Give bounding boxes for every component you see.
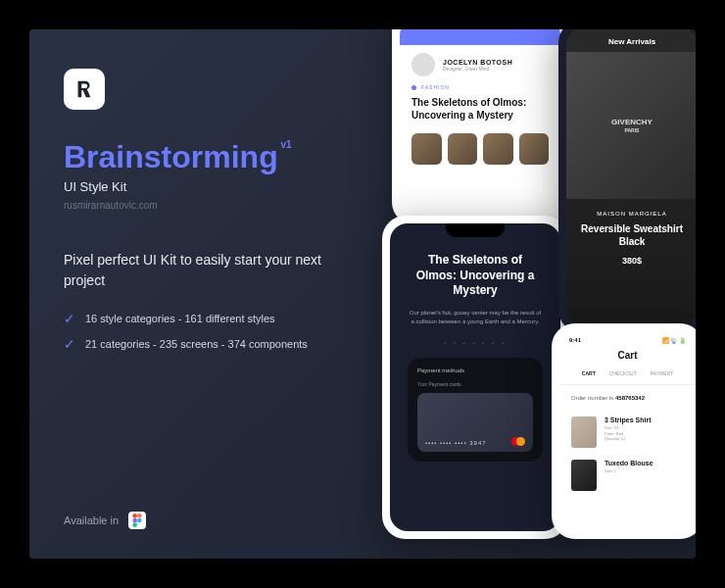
figma-icon	[128, 512, 146, 529]
feature-item: ✓21 categories - 235 screens - 374 compo…	[64, 336, 343, 352]
svg-point-4	[132, 522, 137, 527]
phone-article-light: JOCELYN BOTOSHDesigner, Great Mind FASHI…	[392, 29, 568, 225]
footer: Available in	[64, 512, 343, 529]
phones-panel: JOCELYN BOTOSHDesigner, Great Mind FASHI…	[362, 29, 696, 559]
phone-product: New Arrivals GIVENCHYPARIS MAISON MARGIE…	[558, 29, 696, 333]
mastercard-icon	[511, 437, 525, 446]
phone-article-dark: The Skeletons of Olmos: Uncovering a Mys…	[382, 216, 568, 539]
status-icons: 📶 📡 🔋	[662, 337, 686, 344]
svg-point-3	[137, 518, 142, 523]
svg-point-2	[132, 518, 137, 523]
feature-item: ✓16 style categories - 161 different sty…	[64, 311, 343, 326]
main-title: Brainstormingv1	[64, 139, 278, 175]
credit-card: •••• •••• •••• 3947	[417, 393, 533, 452]
svg-point-1	[137, 514, 142, 518]
svg-point-0	[132, 514, 137, 518]
subtitle: UI Style Kit	[64, 179, 343, 194]
tagline: Pixel perfect UI Kit to easily start you…	[64, 250, 343, 291]
check-icon: ✓	[64, 336, 75, 352]
brand-logo	[64, 69, 105, 110]
phone-cart: 9:41📶 📡 🔋 Cart CARTCHECKOUTPAYMENT Order…	[552, 323, 696, 539]
avatar	[411, 53, 435, 76]
website-url: rusmirarnautovic.com	[64, 200, 343, 211]
check-icon: ✓	[64, 311, 75, 326]
promo-canvas: Brainstormingv1 UI Style Kit rusmirarnau…	[29, 29, 696, 559]
left-panel: Brainstormingv1 UI Style Kit rusmirarnau…	[29, 29, 362, 559]
